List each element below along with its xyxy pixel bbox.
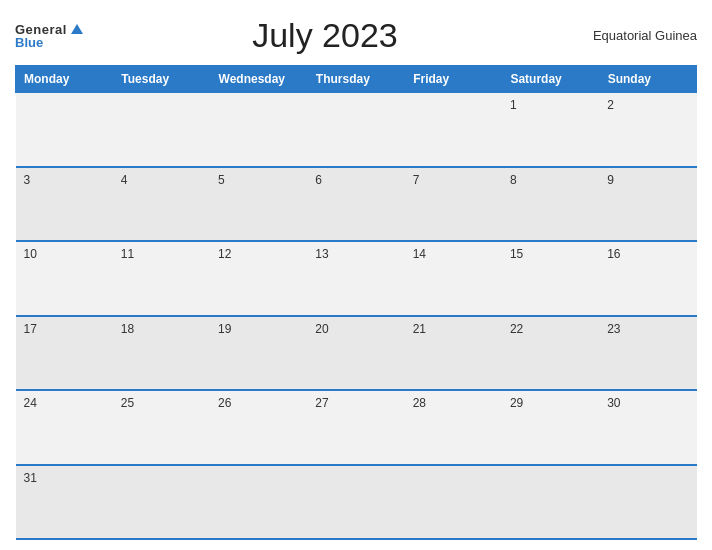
day-number: 6 [315,173,322,187]
calendar-cell: 10 [16,241,113,315]
calendar-week-row: 17181920212223 [16,316,697,390]
calendar-cell: 18 [113,316,210,390]
day-number: 26 [218,396,231,410]
weekday-header-monday: Monday [16,66,113,93]
calendar-cell: 24 [16,390,113,464]
logo-triangle-icon [71,24,83,34]
calendar-header: General Blue July 2023 Equatorial Guinea [15,10,697,61]
day-number: 17 [24,322,37,336]
day-number: 19 [218,322,231,336]
weekday-header-saturday: Saturday [502,66,599,93]
day-number: 22 [510,322,523,336]
weekday-header-wednesday: Wednesday [210,66,307,93]
calendar-cell: 20 [307,316,404,390]
calendar-cell [113,93,210,167]
day-number: 7 [413,173,420,187]
day-number: 23 [607,322,620,336]
day-number: 31 [24,471,37,485]
calendar-cell [210,465,307,539]
weekday-header-friday: Friday [405,66,502,93]
calendar-cell [405,93,502,167]
calendar-week-row: 31 [16,465,697,539]
calendar-cell: 21 [405,316,502,390]
calendar-cell [113,465,210,539]
day-number: 29 [510,396,523,410]
day-number: 24 [24,396,37,410]
calendar-cell: 16 [599,241,696,315]
calendar-cell [599,465,696,539]
logo-general-text: General [15,23,67,36]
day-number: 4 [121,173,128,187]
calendar-cell [307,93,404,167]
calendar-cell: 29 [502,390,599,464]
calendar-header-row: MondayTuesdayWednesdayThursdayFridaySatu… [16,66,697,93]
calendar-cell [307,465,404,539]
day-number: 14 [413,247,426,261]
calendar-cell: 14 [405,241,502,315]
calendar-cell: 13 [307,241,404,315]
calendar-table: MondayTuesdayWednesdayThursdayFridaySatu… [15,65,697,540]
day-number: 10 [24,247,37,261]
day-number: 28 [413,396,426,410]
day-number: 2 [607,98,614,112]
region-label: Equatorial Guinea [567,28,697,43]
day-number: 30 [607,396,620,410]
day-number: 8 [510,173,517,187]
calendar-week-row: 12 [16,93,697,167]
weekday-header-thursday: Thursday [307,66,404,93]
calendar-cell: 9 [599,167,696,241]
day-number: 9 [607,173,614,187]
calendar-cell: 27 [307,390,404,464]
calendar-cell: 4 [113,167,210,241]
calendar-cell: 1 [502,93,599,167]
calendar-cell: 3 [16,167,113,241]
calendar-cell: 15 [502,241,599,315]
calendar-cell: 17 [16,316,113,390]
calendar-cell: 31 [16,465,113,539]
calendar-body: 1234567891011121314151617181920212223242… [16,93,697,540]
calendar-cell: 26 [210,390,307,464]
weekday-header-tuesday: Tuesday [113,66,210,93]
day-number: 11 [121,247,134,261]
calendar-cell: 8 [502,167,599,241]
weekday-header-sunday: Sunday [599,66,696,93]
calendar-cell: 30 [599,390,696,464]
calendar-cell [405,465,502,539]
day-number: 18 [121,322,134,336]
day-number: 1 [510,98,517,112]
calendar-title: July 2023 [83,16,567,55]
day-number: 5 [218,173,225,187]
calendar-cell: 5 [210,167,307,241]
calendar-cell: 2 [599,93,696,167]
day-number: 20 [315,322,328,336]
calendar-week-row: 10111213141516 [16,241,697,315]
day-number: 3 [24,173,31,187]
day-number: 21 [413,322,426,336]
calendar-cell: 23 [599,316,696,390]
calendar-cell: 12 [210,241,307,315]
logo: General Blue [15,23,83,49]
calendar-cell: 25 [113,390,210,464]
calendar-cell: 28 [405,390,502,464]
day-number: 16 [607,247,620,261]
day-number: 15 [510,247,523,261]
calendar-cell: 11 [113,241,210,315]
calendar-cell: 19 [210,316,307,390]
calendar-cell [16,93,113,167]
day-number: 12 [218,247,231,261]
day-number: 13 [315,247,328,261]
calendar-cell: 7 [405,167,502,241]
calendar-cell: 6 [307,167,404,241]
calendar-cell [502,465,599,539]
calendar-week-row: 24252627282930 [16,390,697,464]
calendar-week-row: 3456789 [16,167,697,241]
logo-blue-text: Blue [15,36,43,49]
calendar-cell [210,93,307,167]
day-number: 25 [121,396,134,410]
calendar-cell: 22 [502,316,599,390]
day-number: 27 [315,396,328,410]
